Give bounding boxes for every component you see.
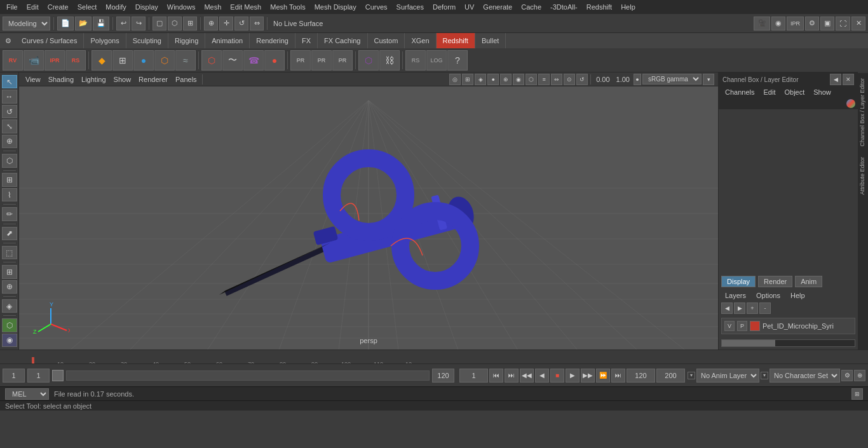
menu-display[interactable]: Display bbox=[132, 2, 162, 12]
undo-btn[interactable]: ↩ bbox=[116, 17, 130, 31]
pb-next-key-btn[interactable]: ⏩ bbox=[596, 369, 610, 383]
menu-deform[interactable]: Deform bbox=[429, 2, 459, 12]
current-frame-input[interactable] bbox=[27, 369, 50, 383]
menu-cache[interactable]: Cache bbox=[517, 2, 545, 12]
shelf-cloth[interactable]: ≈ bbox=[175, 50, 196, 71]
tab-sculpting[interactable]: Sculpting bbox=[126, 33, 168, 48]
lang-select[interactable]: MEL Python bbox=[5, 388, 49, 400]
range-end-input[interactable] bbox=[656, 369, 685, 383]
vert-attreditor-tab[interactable]: Attribute Editor bbox=[858, 152, 868, 200]
move-tool-btn[interactable]: ↔ bbox=[2, 90, 17, 103]
snap-btn[interactable]: ⊞ bbox=[183, 17, 197, 31]
cam-btn[interactable]: 🎥 bbox=[754, 17, 770, 31]
vp-show-menu[interactable]: Show bbox=[111, 76, 134, 83]
shelf-sphere[interactable]: ● bbox=[133, 50, 154, 71]
shelf-log[interactable]: LOG bbox=[426, 50, 447, 71]
start-frame-input[interactable] bbox=[3, 369, 25, 383]
tab-curves-surfaces[interactable]: Curves / Surfaces bbox=[15, 33, 84, 48]
menu-3dtoall[interactable]: -3DtoAll- bbox=[546, 2, 581, 12]
shelf-red-cube[interactable]: ⬡ bbox=[201, 50, 222, 71]
pb-prev-frame-btn[interactable]: ◀◀ bbox=[520, 369, 534, 383]
vp-lighting-menu[interactable]: Lighting bbox=[79, 76, 109, 83]
menu-uv[interactable]: UV bbox=[461, 2, 478, 12]
tab-fx[interactable]: FX bbox=[295, 33, 318, 48]
tab-rendering[interactable]: Rendering bbox=[250, 33, 295, 48]
shelf-video[interactable]: 📹 bbox=[24, 50, 44, 71]
menu-generate[interactable]: Generate bbox=[479, 2, 516, 12]
scale-btn[interactable]: ⇔ bbox=[250, 17, 264, 31]
rp-anim-tab[interactable]: Anim bbox=[795, 276, 822, 287]
rp-object-tab[interactable]: Object bbox=[780, 88, 808, 97]
tab-animation[interactable]: Animation bbox=[205, 33, 250, 48]
pb-extra-btn2[interactable]: ⊕ bbox=[854, 370, 865, 381]
shelf-grid[interactable]: ⊞ bbox=[112, 50, 133, 71]
hide-btn[interactable]: ◈ bbox=[2, 299, 17, 313]
rp-layers-submenu[interactable]: Layers bbox=[721, 291, 750, 300]
rp-edit-tab[interactable]: Edit bbox=[759, 88, 779, 97]
select-tool-btn[interactable]: ↖ bbox=[2, 75, 17, 88]
char-set-select[interactable]: No Character Set bbox=[770, 369, 840, 383]
scale-tool-btn[interactable]: ⤡ bbox=[2, 119, 17, 133]
pb-back-btn[interactable]: ◀ bbox=[535, 369, 549, 383]
frame-indicator[interactable] bbox=[459, 369, 488, 383]
tab-settings-icon[interactable]: ⚙ bbox=[1, 34, 15, 48]
vp-icon9[interactable]: ⇔ bbox=[551, 74, 562, 85]
vp-gamma-select[interactable]: sRGB gamma bbox=[642, 74, 702, 85]
rp-help-submenu[interactable]: Help bbox=[787, 291, 809, 300]
rotate-btn[interactable]: ↺ bbox=[234, 17, 248, 31]
soft-select-btn[interactable]: ⬡ bbox=[2, 154, 17, 167]
rp-layer-up-btn[interactable]: ▶ bbox=[734, 302, 745, 314]
rp-options-submenu[interactable]: Options bbox=[752, 291, 784, 300]
shelf-ipr[interactable]: IPR bbox=[44, 50, 65, 71]
viewport[interactable]: View Shading Lighting Show Renderer Pane… bbox=[19, 72, 718, 350]
history-btn[interactable]: ⬡ bbox=[2, 318, 17, 332]
vert-channelbox-tab[interactable]: Channel Box / Layer Editor bbox=[858, 72, 868, 152]
vp-icon10[interactable]: ⊙ bbox=[564, 74, 575, 85]
rs-icon-btn[interactable]: ◉ bbox=[2, 334, 17, 347]
menu-create[interactable]: Create bbox=[44, 2, 72, 12]
snap-grid-btn[interactable]: ⊞ bbox=[2, 173, 17, 186]
close-panel-btn[interactable]: ✕ bbox=[851, 17, 865, 31]
vp-renderer-menu[interactable]: Renderer bbox=[136, 76, 170, 83]
move-btn[interactable]: ✛ bbox=[219, 17, 233, 31]
vp-icon2[interactable]: ⊞ bbox=[462, 74, 473, 85]
char-set-dropdown[interactable]: ▾ bbox=[761, 372, 768, 379]
render-settings-btn[interactable]: ⚙ bbox=[805, 17, 819, 31]
shelf-red-ball[interactable]: ● bbox=[264, 50, 285, 71]
menu-mesh[interactable]: Mesh bbox=[200, 2, 225, 12]
vp-icon3[interactable]: ◈ bbox=[475, 74, 486, 85]
universal-tool-btn[interactable]: ⊕ bbox=[2, 135, 17, 148]
layer-color-swatch[interactable] bbox=[750, 321, 760, 331]
vp-view-menu[interactable]: View bbox=[23, 76, 43, 83]
rp-scrollbar[interactable] bbox=[721, 339, 855, 347]
anim-layer-select[interactable]: No Anim Layer bbox=[696, 369, 759, 383]
pb-stop-btn[interactable]: ■ bbox=[550, 369, 564, 383]
snap-curve-btn[interactable]: ⌇ bbox=[2, 188, 17, 201]
menu-select[interactable]: Select bbox=[74, 2, 101, 12]
rp-layer-remove-btn[interactable]: - bbox=[759, 302, 771, 314]
shelf-rv[interactable]: RV bbox=[3, 50, 23, 71]
arrow-btn[interactable]: ⬈ bbox=[2, 227, 17, 240]
rp-expand-btn[interactable]: ✕ bbox=[843, 74, 854, 85]
shelf-diamond[interactable]: ◆ bbox=[92, 50, 112, 71]
timeline-handle[interactable] bbox=[52, 370, 64, 381]
end-frame-input[interactable] bbox=[432, 369, 454, 383]
tab-bullet[interactable]: Bullet bbox=[475, 33, 506, 48]
open-file-btn[interactable]: 📂 bbox=[75, 17, 92, 31]
fullscreen-btn[interactable]: ⛶ bbox=[836, 17, 850, 31]
shelf-pr3[interactable]: PR bbox=[332, 50, 353, 71]
rp-display-tab[interactable]: Display bbox=[721, 276, 756, 287]
plus-btn2[interactable]: ⊕ bbox=[2, 280, 17, 294]
rp-collapse-btn[interactable]: ◀ bbox=[830, 74, 841, 85]
menu-editmesh[interactable]: Edit Mesh bbox=[226, 2, 265, 12]
layout-btn[interactable]: ▣ bbox=[820, 17, 834, 31]
menu-curves[interactable]: Curves bbox=[362, 2, 391, 12]
vp-icon4[interactable]: ● bbox=[487, 74, 499, 85]
menu-edit[interactable]: Edit bbox=[23, 2, 43, 12]
tab-redshift[interactable]: Redshift bbox=[437, 33, 475, 48]
plus-btn1[interactable]: ⊞ bbox=[2, 265, 17, 278]
vp-icon7[interactable]: ⬡ bbox=[526, 74, 537, 85]
rp-channels-tab[interactable]: Channels bbox=[721, 88, 758, 97]
shelf-hook[interactable]: ☎ bbox=[243, 50, 264, 71]
rp-render-tab[interactable]: Render bbox=[758, 276, 792, 287]
